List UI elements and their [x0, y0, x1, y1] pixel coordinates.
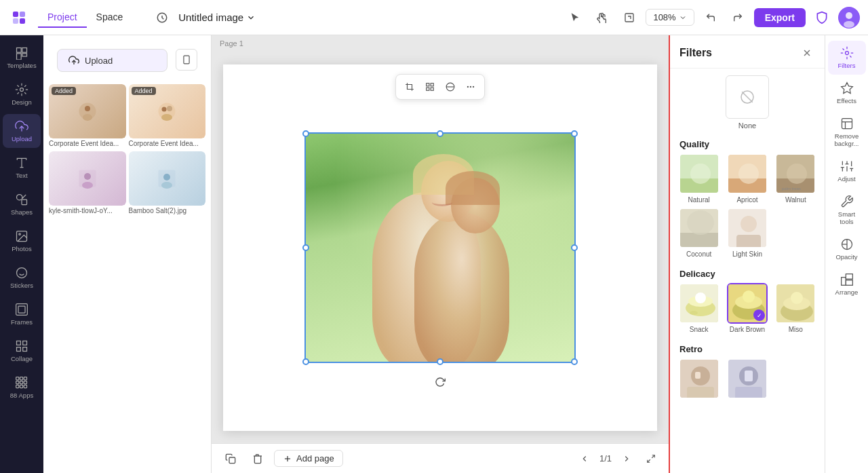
- filter-retro1[interactable]: [677, 358, 721, 401]
- shield-icon[interactable]: [811, 7, 833, 29]
- sidebar-item-label-design: Design: [12, 98, 32, 106]
- canvas-image[interactable]: [306, 134, 574, 362]
- right-icon-remove-bg[interactable]: Remove backgr...: [828, 111, 866, 153]
- avatar[interactable]: [838, 7, 860, 29]
- sidebar-item-label-text: Text: [16, 172, 27, 179]
- prev-page-btn[interactable]: [575, 449, 594, 468]
- topbar-nav: Project Space: [38, 7, 132, 28]
- sidebar-item-shapes[interactable]: Shapes: [3, 187, 41, 221]
- svg-text:palm trees: palm trees: [782, 187, 801, 191]
- sidebar-item-collage[interactable]: Collage: [3, 334, 41, 368]
- filters-panel: Filters None Quality Natural: [669, 35, 825, 473]
- grid-view-btn[interactable]: [420, 77, 439, 96]
- resize-handle-tc[interactable]: [437, 130, 443, 137]
- resize-tool[interactable]: [618, 7, 640, 29]
- sidebar-item-label-templates: Templates: [7, 62, 36, 69]
- mobile-upload-btn[interactable]: [176, 49, 197, 71]
- right-icon-adjust[interactable]: Adjust: [828, 154, 866, 188]
- sidebar-item-upload[interactable]: Upload: [3, 114, 41, 148]
- filter-walnut[interactable]: palm trees Walnut: [774, 153, 818, 204]
- topbar-right: 108% Export: [564, 7, 860, 29]
- right-icon-smart-tools[interactable]: Smart tools: [828, 189, 866, 231]
- sidebar-item-apps[interactable]: 88 Apps: [3, 371, 41, 404]
- right-icon-filters[interactable]: Filters: [828, 41, 866, 75]
- svg-rect-25: [18, 306, 25, 313]
- canvas-wrapper[interactable]: [212, 52, 669, 443]
- resize-handle-bl[interactable]: [302, 358, 309, 365]
- resize-handle-mr[interactable]: [571, 244, 578, 251]
- svg-line-65: [652, 455, 654, 457]
- resize-handle-ml[interactable]: [302, 244, 309, 251]
- filter-snack[interactable]: Snack: [677, 283, 721, 333]
- svg-point-99: [791, 292, 803, 304]
- svg-rect-28: [17, 347, 21, 352]
- image-label: Corporate Event Idea...: [49, 138, 126, 149]
- export-button[interactable]: Export: [754, 8, 806, 27]
- list-item[interactable]: Bamboo Salt(2).jpg: [129, 151, 206, 216]
- sidebar-item-frames[interactable]: Frames: [3, 297, 41, 331]
- svg-point-48: [161, 114, 172, 121]
- sidebar-item-stickers[interactable]: Stickers: [3, 261, 41, 295]
- svg-point-59: [467, 86, 469, 87]
- filter-miso-thumb: [775, 283, 816, 324]
- document-title[interactable]: Untitled image: [178, 12, 256, 23]
- nav-space[interactable]: Space: [87, 7, 133, 28]
- filter-darkbrown[interactable]: Dark Brown: [725, 283, 769, 333]
- copy-btn[interactable]: [220, 448, 241, 470]
- canva-logo[interactable]: [8, 7, 30, 29]
- sidebar-item-templates[interactable]: Templates: [3, 41, 41, 75]
- svg-rect-107: [745, 371, 753, 381]
- filter-retro2[interactable]: [725, 358, 769, 401]
- delete-btn[interactable]: [247, 448, 269, 470]
- hand-tool[interactable]: [591, 7, 613, 29]
- mask-btn[interactable]: [441, 77, 460, 96]
- sidebar-item-design[interactable]: Design: [3, 77, 41, 111]
- resize-handle-bc[interactable]: [437, 358, 443, 365]
- selection-box: [304, 132, 576, 363]
- zoom-control[interactable]: 108%: [646, 9, 694, 26]
- sidebar-item-photos[interactable]: Photos: [3, 224, 41, 258]
- filter-apricot[interactable]: Apricot: [725, 153, 769, 204]
- svg-marker-109: [841, 83, 852, 94]
- crop-tool-btn[interactable]: [400, 77, 419, 96]
- image-label: Corporate Event Idea...: [129, 138, 206, 149]
- redo-btn[interactable]: [727, 7, 749, 29]
- filter-none-item[interactable]: None: [679, 75, 815, 130]
- rotate-handle[interactable]: [433, 375, 447, 389]
- svg-rect-0: [13, 12, 18, 17]
- nav-project[interactable]: Project: [38, 7, 87, 28]
- next-page-btn[interactable]: [617, 449, 636, 468]
- add-page-btn[interactable]: Add page: [274, 450, 343, 467]
- expand-btn[interactable]: [642, 449, 660, 468]
- undo-btn[interactable]: [700, 7, 722, 29]
- svg-rect-57: [427, 88, 429, 90]
- more-options-btn[interactable]: [461, 77, 480, 96]
- close-filters-btn[interactable]: [799, 45, 815, 61]
- list-item[interactable]: Added Corporate Event Idea...: [129, 84, 206, 149]
- sidebar-item-label-photos: Photos: [12, 245, 32, 252]
- home-icon-btn[interactable]: [151, 7, 173, 29]
- resize-handle-tl[interactable]: [302, 130, 309, 137]
- filter-natural[interactable]: Natural: [677, 153, 721, 204]
- filter-coconut[interactable]: Coconut: [677, 208, 721, 258]
- pointer-tool[interactable]: [564, 7, 586, 29]
- upload-button[interactable]: Upload: [57, 49, 167, 72]
- right-icon-opacity[interactable]: Opacity: [828, 232, 866, 266]
- resize-handle-br[interactable]: [571, 358, 578, 365]
- svg-point-44: [83, 114, 92, 121]
- svg-rect-24: [16, 304, 28, 316]
- page-counter: 1/1: [599, 453, 612, 463]
- right-icon-effects[interactable]: Effects: [828, 76, 866, 110]
- list-item[interactable]: Added Corporate Event Idea...: [49, 84, 126, 149]
- svg-rect-5: [625, 14, 633, 22]
- sidebar-item-text[interactable]: Text: [3, 151, 41, 185]
- resize-handle-tr[interactable]: [571, 130, 578, 137]
- svg-rect-10: [22, 48, 27, 53]
- svg-rect-121: [841, 278, 846, 286]
- filter-miso[interactable]: Miso: [774, 283, 818, 333]
- filter-lightskin[interactable]: Light Skin: [725, 208, 769, 258]
- right-icon-label-filters: Filters: [838, 62, 856, 69]
- right-icon-arrange[interactable]: Arrange: [828, 267, 866, 301]
- filter-natural-thumb: [679, 153, 719, 194]
- list-item[interactable]: kyle-smith-tlowJ-oY...: [49, 151, 126, 216]
